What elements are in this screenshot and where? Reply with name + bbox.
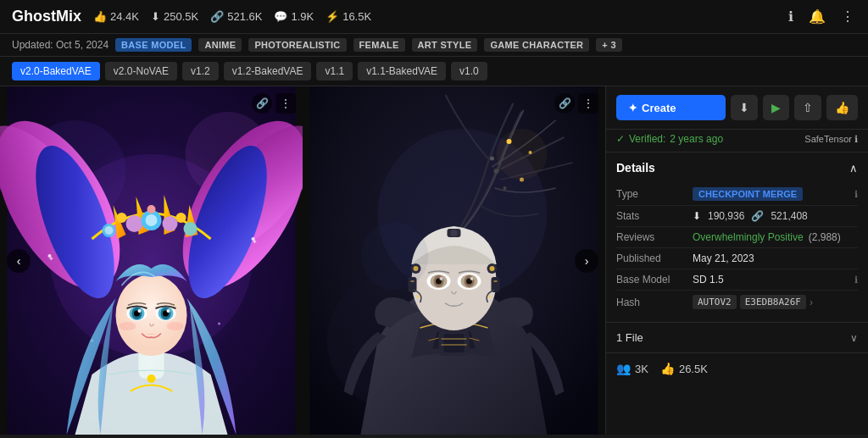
reviews-rating[interactable]: Overwhelmingly Positive (693, 231, 804, 243)
version-tab-v11-bakedvae[interactable]: v1.1-BakedVAE (358, 62, 446, 80)
tag-base-model[interactable]: BASE MODEL (115, 38, 192, 52)
safe-tensor-info-icon: ℹ (854, 134, 858, 145)
play-button[interactable]: ▶ (763, 95, 789, 120)
published-date: May 21, 2023 (693, 252, 754, 264)
community-likes-icon: 👍 (660, 362, 675, 375)
version-tab-v11[interactable]: v1.1 (316, 62, 353, 80)
detail-row-reviews: Reviews Overwhelmingly Positive (2,988) (616, 227, 858, 248)
svg-point-38 (167, 322, 184, 330)
details-header: Details ∧ (616, 161, 858, 175)
details-collapse-icon[interactable]: ∧ (849, 162, 858, 175)
image-gallery: ✦ ✦ ⋮ 🔗 ‹ (0, 86, 605, 435)
svg-point-31 (138, 309, 142, 313)
buzz-icon: ⚡ (326, 10, 339, 23)
safe-tensor-text: SafeTensor (804, 134, 852, 144)
tag-art-style[interactable]: ART STYLE (412, 38, 478, 52)
downloads-icon: ⬇ (151, 10, 160, 23)
svg-point-42 (218, 323, 220, 325)
image2-link-button[interactable]: 🔗 (554, 93, 575, 114)
svg-point-37 (120, 322, 136, 330)
gallery-prev-button[interactable]: ‹ (7, 249, 31, 273)
downloads-stat: ⬇ 250.5K (151, 10, 198, 23)
svg-point-80 (488, 295, 492, 298)
svg-point-15 (105, 226, 114, 235)
version-tab-v10[interactable]: v1.0 (451, 62, 487, 80)
tag-anime[interactable]: ANIME (198, 38, 242, 52)
tag-game-character[interactable]: GAME CHARACTER (484, 38, 589, 52)
svg-text:✦: ✦ (252, 238, 258, 246)
stats-dl-icon: ⬇ (693, 210, 701, 222)
version-tab-v20-bakedvae[interactable]: v2.0-BakedVAE (12, 62, 100, 80)
detail-row-type: Type CHECKPOINT MERGE ℹ (616, 183, 858, 206)
stats-links: 521,408 (771, 210, 807, 222)
main-content: ✦ ✦ ⋮ 🔗 ‹ (0, 86, 868, 435)
svg-point-21 (117, 213, 127, 223)
svg-point-36 (167, 309, 170, 313)
verified-time: 2 years ago (670, 133, 723, 145)
detail-row-hash: Hash AUTOV2 E3EDB8A26F › (616, 291, 858, 313)
links-stat: 🔗 521.6K (210, 10, 262, 23)
version-tab-v12-bakedvae[interactable]: v1.2-BakedVAE (224, 62, 312, 80)
members-icon: 👥 (616, 362, 631, 375)
gallery-next-button[interactable]: › (575, 249, 598, 273)
base-model-value: SD 1.5 ℹ (693, 274, 858, 286)
svg-point-19 (163, 216, 178, 231)
svg-point-16 (126, 215, 143, 232)
create-button[interactable]: ✦ Create (616, 95, 726, 120)
files-label: 1 File (616, 331, 643, 344)
base-model-label: Base Model (616, 274, 693, 286)
download-button[interactable]: ⬇ (731, 95, 758, 120)
svg-point-23 (147, 205, 156, 213)
comments-icon: 💬 (274, 10, 287, 23)
like-button[interactable]: 👍 (826, 95, 858, 120)
base-model-name: SD 1.5 (693, 274, 724, 286)
hash-expand-icon[interactable]: › (810, 297, 813, 308)
stats-link-icon: 🔗 (751, 210, 764, 222)
details-section: Details ∧ Type CHECKPOINT MERGE ℹ Stats … (606, 152, 868, 323)
stats-value: ⬇ 190,936 🔗 521,408 (693, 210, 858, 222)
gallery-image-1: ✦ ✦ ⋮ 🔗 ‹ (0, 86, 303, 435)
comments-stat: 💬 1.9K (274, 10, 314, 23)
create-icon: ✦ (628, 102, 637, 114)
files-header: 1 File ∨ (616, 331, 858, 344)
hash-value: AUTOV2 E3EDB8A26F › (693, 295, 858, 309)
svg-point-50 (504, 186, 507, 190)
community-likes-count: 26.5K (679, 363, 708, 375)
tag-more[interactable]: + 3 (596, 38, 622, 52)
stats-label: Stats (616, 210, 693, 222)
svg-point-64 (451, 230, 458, 236)
version-tab-v20-novae[interactable]: v2.0-NoVAE (105, 62, 177, 80)
buzz-stat: ⚡ 16.5K (326, 10, 371, 23)
svg-text:✦: ✦ (48, 255, 54, 263)
reviews-label: Reviews (616, 231, 693, 243)
meta-row: Updated: Oct 5, 2024 BASE MODEL ANIME PH… (0, 34, 868, 57)
links-icon: 🔗 (210, 10, 224, 23)
more-menu-button[interactable]: ⋮ (839, 7, 856, 26)
links-value: 521.6K (227, 10, 262, 23)
share-button[interactable]: ⇧ (794, 95, 821, 120)
image2-menu-button[interactable]: ⋮ (578, 93, 598, 114)
image1-link-button[interactable]: 🔗 (252, 93, 272, 114)
community-likes: 👍 26.5K (660, 362, 708, 375)
verified-check-icon: ✓ (616, 133, 625, 145)
type-info-icon[interactable]: ℹ (854, 189, 858, 200)
community-bar: 👥 3K 👍 26.5K (606, 353, 868, 384)
svg-point-22 (176, 213, 186, 223)
detail-row-stats: Stats ⬇ 190,936 🔗 521,408 (616, 206, 858, 227)
base-model-info-icon[interactable]: ℹ (854, 274, 858, 286)
robot-girl-svg (303, 86, 605, 435)
files-chevron-icon[interactable]: ∨ (850, 332, 858, 344)
likes-stat: 👍 24.4K (93, 10, 139, 23)
right-panel: ✦ Create ⬇ ▶ ⇧ 👍 ✓ Verified: 2 years ago… (605, 86, 868, 435)
tag-photorealistic[interactable]: PHOTOREALISTIC (248, 38, 346, 52)
reviews-value: Overwhelmingly Positive (2,988) (693, 231, 858, 243)
verified-row: ✓ Verified: 2 years ago SafeTensor ℹ (606, 130, 868, 152)
version-tab-v12[interactable]: v1.2 (182, 62, 219, 80)
tag-female[interactable]: FEMALE (353, 38, 405, 52)
image1-menu-button[interactable]: ⋮ (275, 93, 296, 114)
anime-girl-svg: ✦ ✦ (0, 86, 303, 435)
notifications-button[interactable]: 🔔 (807, 7, 827, 26)
svg-point-78 (470, 277, 474, 280)
info-header-button[interactable]: ℹ (787, 7, 795, 26)
checkpoint-badge: CHECKPOINT MERGE (693, 187, 803, 201)
